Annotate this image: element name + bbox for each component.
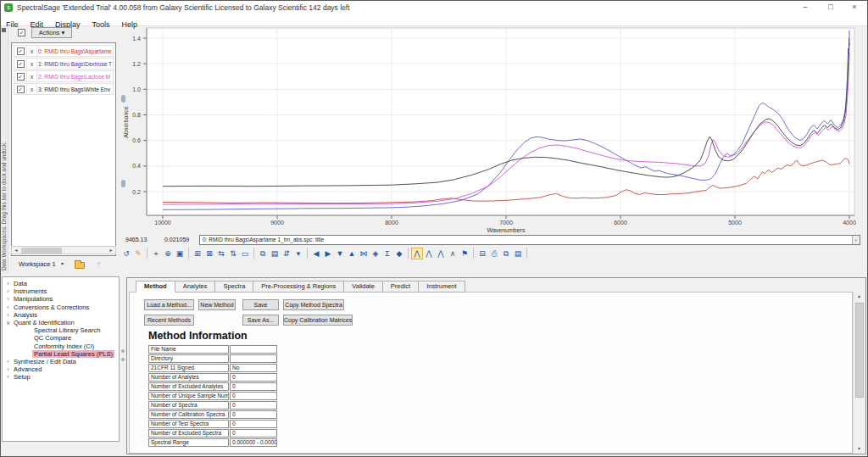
method-button[interactable]: Recent Methods <box>144 315 194 326</box>
unzoom-icon[interactable]: ▭ <box>239 248 251 259</box>
previous-spectrum-icon[interactable]: ◀ <box>310 248 322 259</box>
panel-splitter-handle[interactable] <box>121 95 125 103</box>
tree-expander-icon[interactable]: › <box>4 311 12 319</box>
tree-item-label[interactable]: Advanced <box>12 365 43 373</box>
tree-item-label[interactable]: Partial Least Squares (PLS) <box>32 350 114 358</box>
tree-item-label[interactable]: QC Compare <box>32 334 73 342</box>
tree-item[interactable]: ›Analysis <box>4 311 119 319</box>
tree-item[interactable]: ›Advanced <box>4 365 119 373</box>
tree-item[interactable]: Spectral Library Search <box>4 326 119 334</box>
move-up-icon[interactable]: ▲ <box>346 248 358 259</box>
tree-expander-icon[interactable]: › <box>4 287 12 295</box>
tree-expander-icon[interactable]: › <box>4 295 12 303</box>
workspace-selector[interactable]: Workspace 1 <box>19 260 56 268</box>
tree-item-label[interactable]: Setup <box>12 373 32 381</box>
spectrum-title-combo[interactable]: 0: RMID thru Bags\Aspartame 1_trn_abs.sp… <box>199 235 860 245</box>
file-checkbox[interactable]: ✓ <box>17 73 25 81</box>
add-workspace-button[interactable]: + <box>97 259 101 268</box>
workspace-dropdown-icon[interactable]: ▾ <box>61 260 64 266</box>
file-remove-button[interactable]: x <box>27 71 37 81</box>
overlay-icon[interactable]: ⧉ <box>257 248 269 259</box>
tree-item-label[interactable]: Synthesize / Edit Data <box>12 358 78 365</box>
tab[interactable]: Analytes <box>175 281 216 293</box>
tree-expander-icon[interactable]: › <box>4 304 12 311</box>
tree-item-label[interactable]: Quant & Identification <box>12 319 76 326</box>
peak-up-icon[interactable]: ⋀ <box>423 248 435 259</box>
method-info-value[interactable]: 0 <box>230 382 277 391</box>
method-info-value[interactable] <box>230 345 277 354</box>
tree-item-label[interactable]: Data <box>12 280 29 287</box>
close-button[interactable]: × <box>843 0 866 15</box>
method-info-value[interactable]: 0 <box>230 410 277 419</box>
spectra-chart-svg[interactable]: 100009000800070006000500040000.20.40.60.… <box>120 26 868 235</box>
tree-item[interactable]: ∨Quant & Identification <box>4 319 119 326</box>
tree-expander-icon[interactable]: › <box>4 280 12 287</box>
scroll-left-icon[interactable]: ◂ <box>12 247 20 254</box>
method-panel-vscrollbar[interactable]: ▴ ▾ <box>853 292 864 454</box>
tab[interactable]: Method <box>136 281 175 293</box>
tree-item[interactable]: Partial Least Squares (PLS) <box>4 350 119 358</box>
tree-expander-icon[interactable]: › <box>4 358 12 365</box>
tab[interactable]: Instrument <box>419 281 465 293</box>
hscroll-thumb[interactable] <box>21 248 62 254</box>
tree-item[interactable]: ›Conversions & Corrections <box>4 304 119 311</box>
method-button[interactable]: Save As... <box>242 315 279 326</box>
file-list-item[interactable]: ✓ x 2: RMID thru Bags\Lactose M <box>14 70 114 82</box>
collapse-icon[interactable]: ⋈ <box>358 248 370 259</box>
file-list-item[interactable]: ✓ x 1: RMID thru Bags\Dextrose T <box>14 58 114 70</box>
tree-item[interactable]: ›Instruments <box>4 287 119 295</box>
method-button[interactable]: Load a Method... <box>144 299 194 310</box>
panel-splitter-handle[interactable] <box>121 180 125 187</box>
sum-icon[interactable]: Σ <box>381 248 393 259</box>
file-checkbox[interactable]: ✓ <box>17 47 25 55</box>
method-button[interactable]: New Method <box>198 299 236 310</box>
method-info-value[interactable]: No <box>230 364 277 372</box>
vscroll-thumb[interactable] <box>855 303 864 398</box>
tree-item[interactable]: ›Setup <box>4 373 119 381</box>
cursor-icon[interactable]: ⌖ <box>150 248 162 259</box>
tree-item-label[interactable]: Spectral Library Search <box>32 326 102 334</box>
tree-item-label[interactable]: Analysis <box>12 311 39 319</box>
tab[interactable]: Validate <box>344 281 383 293</box>
tab[interactable]: Pre-Processing & Regions <box>253 281 344 293</box>
bottom-splitter[interactable] <box>120 276 125 442</box>
method-button[interactable]: Copy Method Spectra <box>283 299 344 310</box>
move-down-icon[interactable]: ▼ <box>334 248 346 259</box>
tree-item-label[interactable]: Instruments <box>12 287 48 295</box>
method-info-value[interactable]: 0 <box>230 420 277 428</box>
tree-item-label[interactable]: Conformity Index (CI) <box>32 343 96 350</box>
reset-view-icon[interactable]: ↺ <box>120 248 132 259</box>
peak-pick-icon[interactable]: ⋀ <box>411 248 423 259</box>
maximize-button[interactable]: □ <box>819 0 843 15</box>
method-info-value[interactable]: 0 <box>230 373 277 382</box>
file-remove-button[interactable]: x <box>27 59 37 69</box>
stack-icon[interactable]: ▤ <box>269 248 281 259</box>
zoom-box-icon[interactable]: ⊞ <box>192 248 203 259</box>
minimize-button[interactable]: – <box>793 0 817 15</box>
scroll-down-icon[interactable]: ▾ <box>854 444 864 454</box>
zoom-fit-icon[interactable]: ⊠ <box>203 248 215 259</box>
dock-strip[interactable]: Data Workspaces. Drag this bar to dock a… <box>0 26 8 273</box>
zoom-x-icon[interactable]: ⇆ <box>215 248 227 259</box>
select-all-checkbox[interactable]: ✓ <box>18 29 25 36</box>
view-menu-icon[interactable]: ▾ <box>292 248 304 259</box>
annotate-icon[interactable]: ✎ <box>132 248 144 259</box>
file-list-hscrollbar[interactable]: ◂ ▸ <box>11 246 116 254</box>
method-button[interactable]: Save <box>242 299 279 310</box>
file-list-item[interactable]: ✓ x 3: RMID thru Bags\White Env <box>14 83 114 95</box>
file-remove-button[interactable]: x <box>27 84 37 94</box>
scroll-up-icon[interactable]: ▴ <box>854 292 864 301</box>
tree-item[interactable]: ›Manipulations <box>4 295 119 303</box>
scroll-right-icon[interactable]: ▸ <box>107 247 115 254</box>
method-info-value[interactable]: 0.000000 - 0.000000 <box>230 438 277 447</box>
open-workspace-folder-icon[interactable] <box>75 262 85 269</box>
method-info-value[interactable]: 0 <box>230 392 277 400</box>
file-list-item[interactable]: ✓ x 0: RMID thru Bags\Aspartame <box>14 45 114 57</box>
peak-threshold-icon[interactable]: ⚑ <box>459 248 470 259</box>
file-remove-button[interactable]: x <box>27 46 37 56</box>
pan-icon[interactable]: ⊕ <box>162 248 174 259</box>
method-info-value[interactable] <box>230 354 277 363</box>
next-spectrum-icon[interactable]: ▶ <box>322 248 334 259</box>
print-icon[interactable]: ⎙ <box>488 248 500 259</box>
tree-item[interactable]: QC Compare <box>4 334 119 342</box>
